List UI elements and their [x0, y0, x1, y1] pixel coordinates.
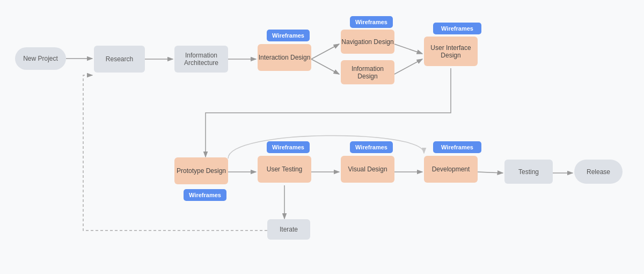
- svg-line-12: [478, 172, 503, 173]
- svg-line-5: [311, 44, 339, 59]
- user-testing-node: User Testing: [258, 156, 311, 183]
- development-node: Development: [424, 156, 478, 183]
- interaction-design-node: Interaction Design: [258, 44, 311, 71]
- new-project-node: New Project: [15, 47, 66, 70]
- iterate-node: Iterate: [267, 219, 310, 240]
- svg-line-7: [394, 44, 422, 54]
- prototype-design-node: Prototype Design: [174, 157, 228, 184]
- research-node: Research: [94, 46, 145, 73]
- wireframes-interaction-badge: Wireframes: [267, 30, 310, 41]
- diagram: New Project Research Information Archite…: [0, 0, 644, 274]
- release-node: Release: [574, 160, 623, 184]
- testing-node: Testing: [504, 160, 553, 184]
- wireframes-dev-badge: Wireframes: [433, 141, 481, 153]
- wireframes-visual-badge: Wireframes: [350, 141, 393, 153]
- wireframes-testing-badge: Wireframes: [267, 141, 310, 153]
- svg-line-6: [311, 59, 339, 74]
- ui-design-node: User Interface Design: [424, 37, 478, 66]
- wireframes-ui-badge: Wireframes: [433, 23, 481, 34]
- nav-design-node: Navigation Design: [341, 30, 394, 54]
- wireframes-proto-badge: Wireframes: [184, 189, 226, 201]
- visual-design-node: Visual Design: [341, 156, 394, 183]
- info-arch-node: Information Architecture: [174, 46, 228, 73]
- svg-line-8: [394, 59, 422, 74]
- info-design-node: Information Design: [341, 60, 394, 84]
- wireframes-nav-badge: Wireframes: [350, 16, 393, 28]
